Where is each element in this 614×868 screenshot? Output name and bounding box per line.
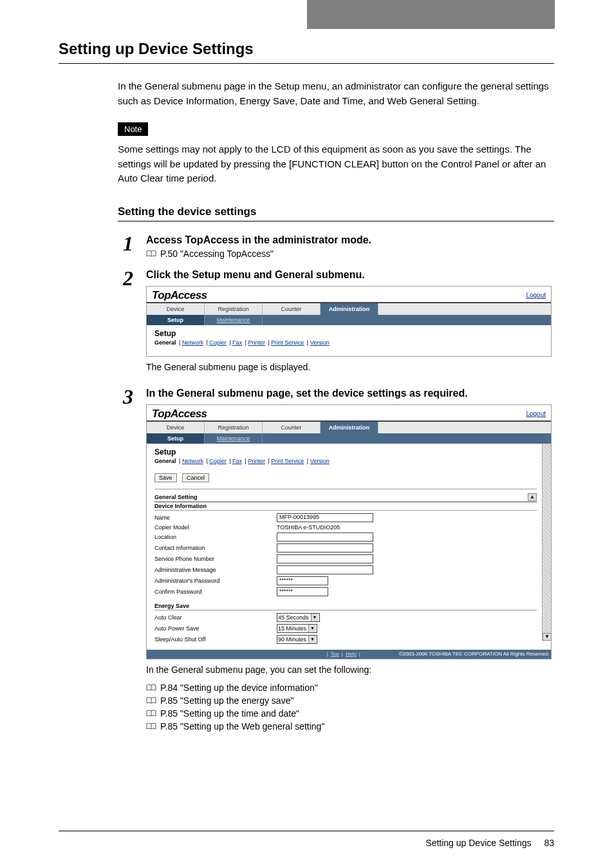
button-row: Save Cancel	[154, 471, 537, 482]
field-admin-pw: Administrator's Password ******	[154, 576, 537, 585]
submenu-general[interactable]: General	[154, 339, 176, 346]
field-name: Name MFP-00013995	[154, 513, 537, 522]
subtab-maintenance-link[interactable]: Maintenance	[217, 317, 250, 323]
scroll-up-icon[interactable]: ▲	[528, 493, 537, 501]
setup-title-2: Setup	[154, 448, 537, 457]
step-3-ref-2-text: P.85 "Setting up the time and date"	[160, 708, 299, 719]
submenu-printservice-2[interactable]: Print Service	[271, 458, 304, 464]
chevron-down-icon: ▼	[308, 625, 316, 632]
confirm-pw-input[interactable]: ******	[277, 587, 328, 596]
submenu-fax[interactable]: Fax	[232, 339, 242, 346]
tab-counter[interactable]: Counter	[263, 303, 321, 315]
submenu-network[interactable]: Network	[182, 339, 203, 346]
energy-save-head: Energy Save	[154, 603, 537, 610]
subtab-maintenance[interactable]: Maintenance	[205, 315, 263, 325]
submenu-row-2: General | Network | Copier | Fax | Print…	[154, 458, 537, 464]
ta-header-2: TopAccess Logout	[147, 405, 551, 422]
logout-link[interactable]: Logout	[526, 292, 546, 299]
subtab-maintenance-link-2[interactable]: Maintenance	[217, 435, 250, 442]
contact-label: Contact Information	[154, 545, 277, 551]
contact-input[interactable]	[277, 543, 373, 552]
admin-pw-input[interactable]: ******	[277, 576, 328, 585]
admin-pw-label: Administrator's Password	[154, 578, 277, 584]
step-1: 1 Access TopAccess in the administrator …	[123, 233, 554, 261]
submenu-printservice[interactable]: Print Service	[271, 339, 304, 346]
location-input[interactable]	[277, 533, 373, 542]
submenu-printer[interactable]: Printer	[248, 339, 265, 346]
general-setting-head: General Setting ▲	[154, 493, 537, 502]
confirm-pw-label: Confirm Password	[154, 589, 277, 595]
submenu-fax-2[interactable]: Fax	[232, 458, 242, 464]
footer-links: | Top | Help |	[326, 651, 360, 657]
admin-msg-input[interactable]	[277, 565, 373, 574]
note-text: Some settings may not apply to the LCD o…	[118, 142, 554, 186]
step-2-number: 2	[123, 268, 141, 288]
tab-device[interactable]: Device	[147, 303, 205, 315]
footer-help-link[interactable]: Help	[346, 651, 356, 657]
name-input[interactable]: MFP-00013995	[277, 513, 373, 522]
submenu-general-2[interactable]: General	[154, 458, 176, 464]
screenshot-large: TopAccess Logout Device Registration Cou…	[146, 404, 552, 659]
sleep-value: 90 Minutes	[278, 636, 306, 643]
auto-power-save-select[interactable]: 15 Minutes ▼	[277, 624, 317, 633]
note-label: Note	[118, 122, 148, 136]
step-1-body: Access TopAccess in the administrator mo…	[146, 233, 554, 261]
save-button[interactable]: Save	[154, 473, 177, 482]
header-gray-block	[307, 0, 555, 29]
cancel-button[interactable]: Cancel	[182, 473, 209, 482]
footer-rule	[59, 831, 554, 831]
step-3-ref-3: P.85 "Setting up the Web general setting…	[146, 721, 554, 731]
tab-administration[interactable]: Administration	[321, 303, 378, 315]
scroll-down-icon[interactable]: ▼	[543, 633, 552, 641]
step-1-ref-text: P.50 "Accessing TopAccess"	[160, 249, 274, 259]
footer-text: Setting up Device Settings 83	[59, 838, 554, 848]
field-confirm-pw: Confirm Password ******	[154, 587, 537, 596]
subtab-maintenance-2[interactable]: Maintenance	[205, 433, 263, 444]
topaccess-logo-2: TopAccess	[152, 408, 207, 420]
service-phone-input[interactable]	[277, 554, 373, 563]
submenu-version[interactable]: Version	[310, 339, 330, 346]
ta-header: TopAccess Logout	[147, 287, 551, 303]
tab-administration-2[interactable]: Administration	[321, 422, 378, 433]
auto-clear-label: Auto Clear	[154, 614, 277, 621]
page-content: Setting up Device Settings In the Genera…	[59, 40, 554, 741]
heading-rule	[59, 63, 554, 64]
step-1-title: Access TopAccess in the administrator mo…	[146, 234, 554, 246]
submenu-version-2[interactable]: Version	[310, 458, 330, 464]
tab-registration[interactable]: Registration	[205, 303, 263, 315]
service-phone-label: Service Phone Number	[154, 556, 277, 562]
logout-link-2[interactable]: Logout	[526, 410, 546, 417]
auto-power-save-value: 15 Minutes	[278, 625, 306, 632]
book-icon	[146, 710, 156, 717]
tab-counter-2[interactable]: Counter	[263, 422, 321, 433]
device-info-head: Device Information	[154, 503, 537, 511]
step-2-title: Click the Setup menu and General submenu…	[146, 269, 554, 281]
ta-footer: | Top | Help | ©2003-2006 TOSHIBA TEC CO…	[147, 650, 551, 659]
auto-power-save-label: Auto Power Save	[154, 625, 277, 632]
main-tabs-2: Device Registration Counter Administrati…	[147, 422, 551, 433]
submenu-network-2[interactable]: Network	[182, 458, 203, 464]
intro-paragraph: In the General submenu page in the Setup…	[118, 79, 554, 108]
subtab-setup-2[interactable]: Setup	[147, 433, 205, 444]
step-3-ref-2: P.85 "Setting up the time and date"	[146, 708, 554, 719]
step-1-number: 1	[123, 233, 141, 254]
footer-top-link[interactable]: Top	[331, 651, 339, 657]
book-icon	[146, 684, 156, 692]
tab-registration-2[interactable]: Registration	[205, 422, 263, 433]
submenu-copier-2[interactable]: Copier	[209, 458, 227, 464]
auto-clear-select[interactable]: 45 Seconds ▼	[277, 613, 320, 622]
screenshot-small: TopAccess Logout Device Registration Cou…	[146, 286, 552, 357]
sleep-select[interactable]: 90 Minutes ▼	[277, 635, 317, 644]
submenu-printer-2[interactable]: Printer	[248, 458, 265, 464]
tab-device-2[interactable]: Device	[147, 422, 205, 433]
chevron-down-icon: ▼	[308, 636, 316, 643]
subtab-setup[interactable]: Setup	[147, 315, 205, 325]
step-3-ref-1-text: P.85 "Setting up the energy save"	[160, 695, 293, 706]
model-value: TOSHIBA e-STUDIO205	[277, 524, 340, 531]
submenu-copier[interactable]: Copier	[209, 339, 227, 346]
field-location: Location	[154, 533, 537, 542]
submenu-row: General | Network | Copier | Fax | Print…	[154, 339, 543, 346]
subheading: Setting the device settings	[118, 205, 554, 218]
book-icon	[146, 722, 156, 730]
scrollbar[interactable]: ▼	[542, 444, 551, 641]
